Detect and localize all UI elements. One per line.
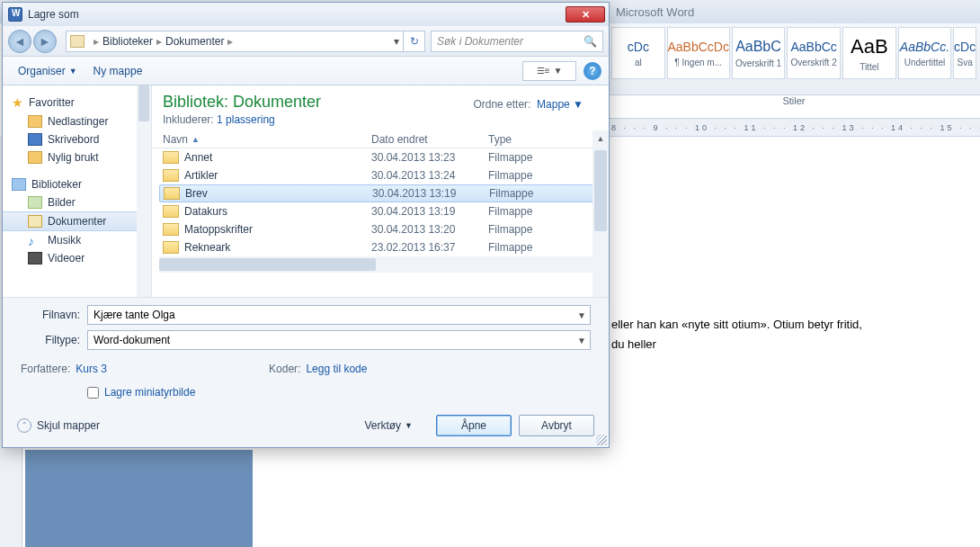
library-icon [12, 178, 26, 191]
dialog-title: Lagre som [28, 8, 79, 21]
sidebar-item-music[interactable]: ♪Musikk [3, 231, 151, 249]
sidebar-item-recent[interactable]: Nylig brukt [3, 148, 151, 166]
file-row[interactable]: Datakurs30.04.2013 13:19Filmappe [152, 202, 609, 220]
sidebar-scrollbar[interactable] [137, 85, 151, 297]
style-tile[interactable]: cDcal [611, 27, 665, 79]
star-icon: ★ [12, 95, 23, 110]
sidebar-favorites[interactable]: ★Favoritter [3, 93, 151, 112]
filetype-label: Filtype: [21, 334, 80, 346]
breadcrumb[interactable]: ▸ Biblioteker ▸ Dokumenter ▸ ▾ [66, 31, 404, 52]
authors-value[interactable]: Kurs 3 [76, 363, 107, 375]
sidebar-item-desktop[interactable]: Skrivebord [3, 130, 151, 148]
ruler: 8 · · · 9 · · · 10 · · · 11 · · · 12 · ·… [608, 119, 980, 137]
folder-icon [164, 187, 180, 200]
dialog-titlebar[interactable]: Lagre som ✕ [3, 3, 609, 26]
folder-icon [163, 241, 179, 254]
sidebar-item-documents[interactable]: Dokumenter [3, 211, 151, 231]
tools-dropdown[interactable]: Verktøy▼ [364, 419, 413, 432]
new-folder-button[interactable]: Ny mappe [85, 61, 151, 81]
style-tile[interactable]: AaBbCcOverskrift 2 [787, 27, 841, 79]
thumbnail-label: Lagre miniatyrbilde [104, 386, 195, 399]
ribbon-styles: cDcal AaBbCcDc¶ Ingen m... AaBbCOverskri… [608, 23, 980, 95]
chevron-up-icon: ˄ [17, 418, 31, 433]
authors-label: Forfattere: [21, 363, 70, 375]
style-tile[interactable]: cDcSva [953, 27, 976, 79]
back-button[interactable]: ◄ [8, 30, 31, 53]
vertical-scrollbar[interactable]: ▲ [592, 130, 609, 297]
word-icon [8, 7, 22, 22]
sort-asc-icon: ▲ [192, 135, 200, 144]
thumbnail-checkbox[interactable] [87, 387, 99, 399]
filetype-select[interactable]: Word-dokument▼ [87, 330, 591, 350]
file-list-pane: Bibliotek: Dokumenter Inkluderer: 1 plas… [152, 85, 609, 297]
desktop-icon [28, 133, 42, 146]
page-preview [25, 450, 253, 547]
open-button[interactable]: Åpne [436, 415, 512, 436]
help-button[interactable]: ? [584, 62, 601, 80]
view-button[interactable]: ☰≡▼ [522, 61, 576, 81]
location-includes: Inkluderer: 1 plassering [163, 113, 598, 126]
style-tile[interactable]: AaBTittel [842, 27, 896, 79]
column-headers[interactable]: Navn ▲ Dato endret Type [152, 130, 609, 148]
document-text: eller han kan «nyte sitt otium». Otium b… [611, 315, 862, 354]
organize-button[interactable]: Organiser▼ [10, 61, 85, 81]
sidebar: ★Favoritter Nedlastinger Skrivebord Nyli… [3, 85, 152, 297]
sidebar-item-videos[interactable]: Videoer [3, 249, 151, 267]
refresh-button[interactable]: ↻ [404, 31, 425, 52]
style-tile[interactable]: AaBbCcDc¶ Ingen m... [667, 27, 730, 79]
file-row[interactable]: Rekneark23.02.2013 16:37Filmappe [152, 238, 609, 256]
file-row[interactable]: Artikler30.04.2013 13:24Filmappe [152, 166, 609, 184]
horizontal-scrollbar[interactable] [159, 256, 592, 273]
filename-label: Filnavn: [21, 309, 80, 321]
pictures-icon [28, 196, 42, 209]
filename-input[interactable]: Kjære tante Olga▼ [87, 305, 591, 325]
includes-link[interactable]: 1 plassering [217, 113, 275, 126]
folder-icon [163, 169, 179, 182]
nav-row: ◄ ► ▸ Biblioteker ▸ Dokumenter ▸ ▾ ↻ Søk… [3, 26, 609, 57]
sidebar-item-downloads[interactable]: Nedlastinger [3, 112, 151, 130]
sidebar-libraries[interactable]: Biblioteker [3, 175, 151, 193]
sidebar-item-pictures[interactable]: Bilder [3, 193, 151, 211]
app-title: Microsoft Word [616, 5, 694, 19]
file-row[interactable]: Annet30.04.2013 13:23Filmappe [152, 148, 609, 166]
stiler-group-label: Stiler [608, 95, 980, 119]
tags-label: Koder: [269, 363, 300, 375]
search-input[interactable]: Søk i Dokumenter 🔍 [431, 31, 603, 52]
tags-value[interactable]: Legg til kode [306, 363, 367, 375]
library-icon [70, 35, 85, 48]
folder-icon [28, 115, 42, 128]
resize-grip[interactable] [596, 435, 607, 445]
breadcrumb-part[interactable]: Biblioteker [102, 35, 153, 48]
file-row[interactable]: Matoppskrifter30.04.2013 13:20Filmappe [152, 220, 609, 238]
search-icon: 🔍 [584, 35, 597, 48]
toolbar: Organiser▼ Ny mappe ☰≡▼ ? [3, 57, 609, 85]
folder-icon [163, 223, 179, 236]
folder-icon [28, 151, 42, 164]
style-tile[interactable]: AaBbCOverskrift 1 [732, 27, 786, 79]
breadcrumb-part[interactable]: Dokumenter [165, 35, 224, 48]
close-button[interactable]: ✕ [566, 6, 605, 22]
file-row[interactable]: Brev30.04.2013 13:19Filmappe [159, 184, 601, 202]
hide-folders-button[interactable]: ˄Skjul mapper [17, 418, 100, 433]
forward-button[interactable]: ► [33, 30, 57, 53]
cancel-button[interactable]: Avbryt [519, 415, 594, 436]
documents-icon [28, 215, 42, 228]
folder-icon [163, 151, 179, 164]
order-by[interactable]: Ordne etter: Mappe ▼ [473, 98, 584, 111]
folder-icon [163, 205, 179, 218]
style-tile[interactable]: AaBbCc.Undertittel [898, 27, 952, 79]
music-icon: ♪ [28, 234, 42, 247]
video-icon [28, 252, 42, 265]
save-as-dialog: Lagre som ✕ ◄ ► ▸ Biblioteker ▸ Dokument… [2, 2, 610, 448]
